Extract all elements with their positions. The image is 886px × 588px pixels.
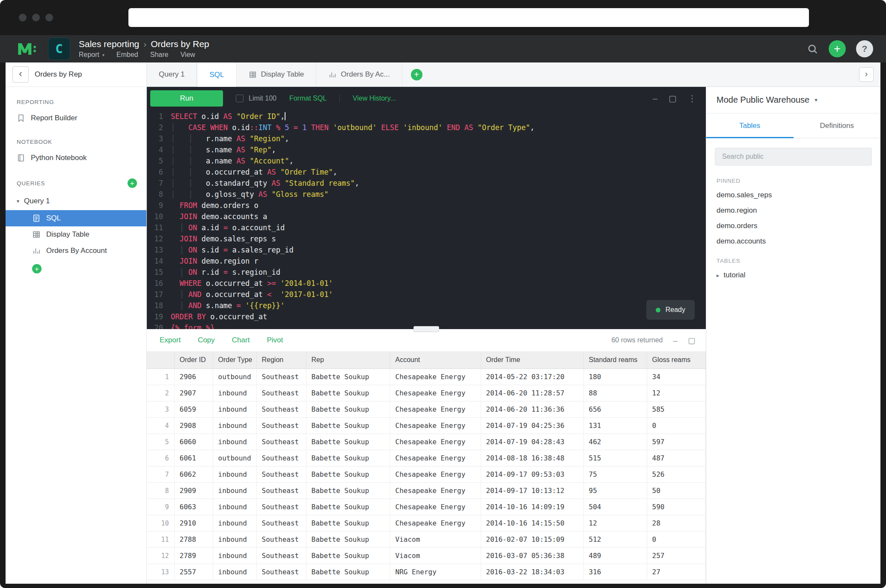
code-line[interactable]: 9 FROM demo.orders o [147, 200, 706, 211]
code-line[interactable]: 13 │ ON s.id = a.sales_rep_id [147, 244, 706, 255]
code-line[interactable]: 16 WHERE o.occurred_at >= '2014-01-01' [147, 278, 706, 289]
resize-handle[interactable] [413, 326, 439, 332]
editor-menu-icon[interactable]: ⋮ [688, 94, 696, 103]
mode-logo-icon[interactable] [17, 42, 37, 56]
code-line[interactable]: 14 JOIN demo.region r [147, 255, 706, 267]
maximize-results-icon[interactable]: ▢ [688, 336, 696, 344]
code-line[interactable]: 8│ │ o.gloss_qty AS "Gloss reams" [147, 189, 706, 200]
rows-returned-label: 60 rows returned [611, 336, 663, 344]
cell: 2910 [174, 515, 213, 532]
table-row[interactable]: 132557inboundSoutheastBabette SoukupNRG … [147, 564, 706, 580]
pinned-table-item[interactable]: demo.region [706, 203, 880, 218]
sql-code[interactable]: 1SELECT o.id AS "Order ID",2│ CASE WHEN … [147, 110, 706, 329]
results-table-container[interactable]: Order IDOrder TypeRegionRepAccountOrder … [147, 351, 706, 584]
cell: Babette Soukup [306, 564, 390, 580]
table-row[interactable]: 22907inboundSoutheastBabette SoukupChesa… [147, 385, 706, 401]
code-line[interactable]: 10 JOIN demo.accounts a [147, 211, 706, 222]
chart-button[interactable]: Chart [232, 336, 250, 344]
menu-embed[interactable]: Embed [116, 51, 138, 59]
tab-display-table[interactable]: Display Table [237, 62, 317, 86]
table-row[interactable]: 12906outboundSoutheastBabette SoukupChes… [147, 369, 706, 385]
pinned-table-item[interactable]: demo.orders [706, 218, 880, 234]
schema-search-input[interactable] [721, 152, 865, 161]
code-line[interactable]: 19ORDER BY o.occurred_at [147, 311, 706, 322]
table-row[interactable]: 42908inboundSoutheastBabette SoukupChesa… [147, 418, 706, 434]
table-row[interactable]: 96063inboundSoutheastBabette SoukupChesa… [147, 499, 706, 515]
collapse-sidebar-button[interactable]: ‹ [12, 66, 29, 83]
column-header[interactable]: Order ID [174, 351, 213, 369]
menu-share[interactable]: Share [150, 51, 169, 59]
code-line[interactable]: 2│ CASE WHEN o.id::INT % 5 = 1 THEN 'out… [147, 122, 706, 133]
cell: inbound [213, 499, 256, 515]
add-chart-button[interactable]: + [32, 264, 42, 273]
window-zoom-button[interactable] [45, 14, 53, 21]
search-icon[interactable] [807, 43, 818, 55]
code-line[interactable]: 1SELECT o.id AS "Order ID", [147, 111, 706, 122]
table-row[interactable]: 56060inboundSoutheastBabette SoukupChesa… [147, 434, 706, 450]
code-line[interactable]: 7│ │ o.standard_qty AS "Standard reams", [147, 178, 706, 189]
pinned-table-item[interactable]: demo.accounts [706, 234, 880, 249]
format-sql-button[interactable]: Format SQL [289, 95, 327, 102]
window-minimize-button[interactable] [32, 14, 40, 21]
add-button[interactable]: + [829, 40, 846, 57]
code-line[interactable]: 5│ │ a.name AS "Account", [147, 155, 706, 166]
table-row[interactable]: 76062inboundSoutheastBabette SoukupChesa… [147, 466, 706, 483]
sidebar-item-orders-by-account[interactable]: Orders By Account [6, 243, 146, 259]
run-button[interactable]: Run [150, 90, 223, 107]
copy-button[interactable]: Copy [198, 336, 215, 344]
tab-orders-by-account[interactable]: Orders By Ac... [316, 62, 402, 86]
line-number: 2 [147, 122, 171, 133]
export-button[interactable]: Export [160, 336, 181, 344]
tab-query1[interactable]: Query 1 [147, 62, 197, 86]
tab-sql[interactable]: SQL [197, 62, 236, 87]
sidebar-item-display-table[interactable]: Display Table [6, 226, 146, 243]
sidebar-item-python-notebook[interactable]: Python Notebook [6, 149, 146, 166]
table-row[interactable]: 102910inboundSoutheastBabette SoukupChes… [147, 515, 706, 532]
column-header[interactable]: Account [390, 351, 481, 369]
code-line[interactable]: 11 │ ON a.id = o.account_id [147, 222, 706, 233]
collapse-panel-button[interactable]: › [859, 67, 874, 82]
cell: outbound [213, 369, 256, 385]
add-query-button[interactable]: + [128, 178, 137, 188]
column-header[interactable]: Order Type [213, 351, 256, 369]
add-tab-button[interactable]: + [411, 69, 422, 80]
table-row[interactable]: 112788inboundSoutheastBabette SoukupViac… [147, 532, 706, 548]
code-line[interactable]: 12 JOIN demo.sales_reps s [147, 233, 706, 244]
address-bar[interactable] [128, 8, 809, 27]
table-row[interactable]: 36059inboundSoutheastBabette SoukupChesa… [147, 401, 706, 418]
view-history-button[interactable]: View History... [339, 95, 396, 102]
tab-tables[interactable]: Tables [706, 113, 794, 138]
limit-checkbox[interactable] [236, 95, 244, 102]
column-header[interactable]: Order Time [481, 351, 583, 369]
menu-report[interactable]: Report▾ [79, 51, 104, 59]
table-row[interactable]: 66061outboundSoutheastBabette SoukupChes… [147, 450, 706, 466]
code-line[interactable]: 6│ │ o.occurred_at AS "Order Time", [147, 166, 706, 178]
table-row[interactable]: 82909inboundSoutheastBabette SoukupChesa… [147, 483, 706, 499]
code-line[interactable]: 18 │ AND s.name = '{{rep}}' [147, 300, 706, 311]
column-header[interactable]: Standard reams [583, 351, 647, 369]
column-header[interactable]: Region [256, 351, 306, 369]
sidebar-item-query1[interactable]: ▾ Query 1 [6, 192, 146, 210]
code-line[interactable]: 17 │ AND o.occurred_at < '2017-01-01' [147, 289, 706, 300]
schema-table-item[interactable]: ▸tutorial [706, 267, 880, 283]
code-line[interactable]: 4│ │ s.name AS "Rep", [147, 144, 706, 155]
minimize-editor-icon[interactable]: – [653, 94, 657, 103]
table-row[interactable]: 122789inboundSoutheastBabette SoukupViac… [147, 548, 706, 564]
sidebar-item-sql[interactable]: SQL [6, 210, 146, 226]
report-app-icon[interactable]: C [48, 38, 70, 60]
help-button[interactable]: ? [856, 40, 873, 57]
code-line[interactable]: 3│ │ r.name AS "Region", [147, 133, 706, 144]
column-header[interactable]: Gloss reams [647, 351, 706, 369]
code-line[interactable]: 15 │ ON r.id = s.region_id [147, 267, 706, 278]
tab-definitions[interactable]: Definitions [794, 113, 881, 138]
pivot-button[interactable]: Pivot [267, 336, 283, 344]
pinned-table-item[interactable]: demo.sales_reps [706, 187, 880, 203]
cell: Babette Soukup [306, 450, 390, 466]
window-close-button[interactable] [19, 14, 27, 21]
maximize-editor-icon[interactable]: ▢ [669, 94, 677, 103]
minimize-results-icon[interactable]: – [673, 336, 678, 344]
column-header[interactable]: Rep [306, 351, 390, 369]
warehouse-selector[interactable]: Mode Public Warehouse ▾ [706, 87, 880, 113]
menu-view[interactable]: View [180, 51, 195, 59]
sidebar-item-report-builder[interactable]: Report Builder [6, 110, 146, 127]
